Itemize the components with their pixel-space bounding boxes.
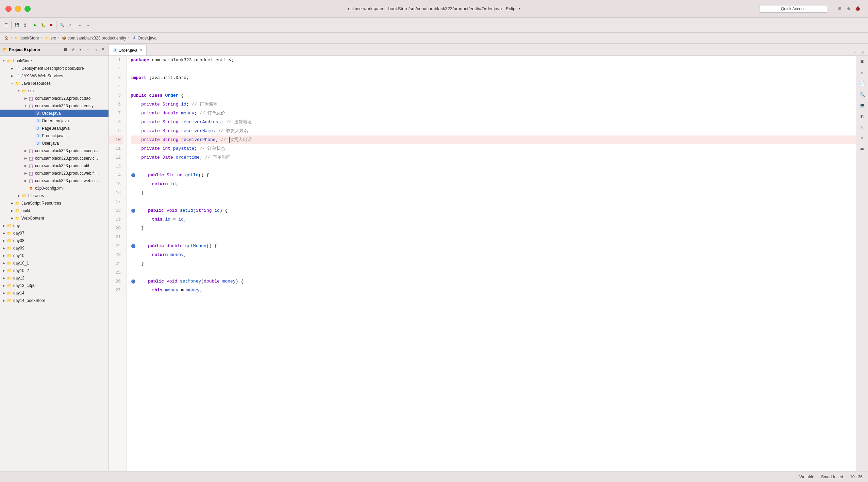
- tree-item-day08[interactable]: ▶ 📁 day08: [0, 237, 108, 244]
- tree-item-orderitem[interactable]: J OrderItem.java: [0, 117, 108, 125]
- breadcrumb-src[interactable]: 📁 src: [45, 36, 56, 41]
- tree-item-day13[interactable]: ▶ 📁 day13_c3p0: [0, 282, 108, 289]
- tree-item-libraries[interactable]: ▶ 📁 Libraries: [0, 192, 108, 199]
- help-button[interactable]: ?: [66, 20, 73, 30]
- tree-item-day14-bookstore[interactable]: ▶ 📁 day14_bookStore: [0, 297, 108, 304]
- tree-item-util[interactable]: ▶ ◫ com.samblack323.product.util: [0, 162, 108, 170]
- code-line-20[interactable]: }: [131, 224, 856, 233]
- sidebar-tree[interactable]: ▾ 📁 bookStore ▶ 📄 Deployment Descriptor:…: [0, 56, 108, 471]
- tree-expand-day14[interactable]: ▶: [1, 291, 6, 295]
- rs-icon-monitor[interactable]: 💻: [857, 101, 867, 110]
- tree-item-day[interactable]: ▶ 📁 day: [0, 222, 108, 229]
- tree-expand-day08[interactable]: ▶: [1, 239, 6, 242]
- code-line-8[interactable]: private String receiverAddress; // 送货地址: [131, 118, 856, 127]
- tree-item-src[interactable]: ▾ 📁 src: [0, 87, 108, 95]
- code-line-2[interactable]: [131, 65, 856, 74]
- tree-expand-day13[interactable]: ▶: [1, 284, 6, 287]
- code-line-21[interactable]: [131, 233, 856, 242]
- tree-expand-day12[interactable]: ▶: [1, 276, 6, 280]
- tree-item-entity[interactable]: ▾ ◫ com.samblack323.product.entity: [0, 102, 108, 110]
- back-button[interactable]: ←: [77, 20, 84, 30]
- tree-item-build[interactable]: ▶ 📁 build: [0, 207, 108, 214]
- editor-minimize-btn[interactable]: −: [852, 49, 858, 55]
- code-line-25[interactable]: [131, 268, 856, 277]
- close-button[interactable]: [5, 6, 12, 12]
- tree-expand-entity[interactable]: ▾: [23, 104, 28, 108]
- sidebar-collapse-btn[interactable]: ⊟: [62, 47, 68, 53]
- tree-expand-bookstore[interactable]: ▾: [1, 59, 6, 63]
- tree-expand-web-fil[interactable]: ▶: [23, 172, 28, 175]
- code-line-3[interactable]: import java.util.Date;: [131, 74, 856, 82]
- tree-item-jaxws[interactable]: ▶ 📄 JAX-WS Web Services: [0, 72, 108, 80]
- tree-item-dao[interactable]: ▶ ◫ com.samblack323.product.dao: [0, 95, 108, 102]
- tree-expand-day14-bookstore[interactable]: ▶: [1, 299, 6, 302]
- sidebar-link-btn[interactable]: ⇌: [70, 47, 76, 53]
- tree-expand-day10-1[interactable]: ▶: [1, 261, 6, 265]
- rs-icon-search[interactable]: 🔍: [857, 90, 867, 99]
- tree-item-day10-2[interactable]: ▶ 📁 day10_2: [0, 267, 108, 274]
- editor-maximize-btn[interactable]: □: [859, 49, 865, 55]
- print-button[interactable]: 🖨: [21, 20, 28, 30]
- rs-icon-table[interactable]: ⊞: [857, 123, 867, 132]
- maximize-button[interactable]: [24, 6, 31, 12]
- tree-item-webcontent[interactable]: ▶ 📁 WebContent: [0, 214, 108, 222]
- tree-item-java-resources[interactable]: ▾ 📁 Java Resources: [0, 80, 108, 87]
- sidebar-menu-btn[interactable]: ▾: [77, 47, 83, 53]
- tree-expand-dao[interactable]: ▶: [23, 97, 28, 100]
- code-line-27[interactable]: this.money = money;: [131, 286, 856, 295]
- tree-item-web-fil[interactable]: ▶ ◫ com.samblack323.product.web.fil...: [0, 170, 108, 177]
- tree-item-day10[interactable]: ▶ 📁 day10: [0, 252, 108, 259]
- code-line-22[interactable]: public double getMoney() {: [131, 242, 856, 251]
- tree-expand-web-sc[interactable]: ▶: [23, 179, 28, 182]
- code-line-10[interactable]: private String receiverPhone; // 收货人电话: [131, 135, 856, 144]
- code-line-5[interactable]: public class Order {: [131, 91, 856, 100]
- tree-item-web-sc[interactable]: ▶ ◫ com.samblack323.product.web.sc...: [0, 177, 108, 184]
- code-line-11[interactable]: private int paystate; // 订单状态: [131, 144, 856, 153]
- tree-expand-java-resources[interactable]: ▾: [10, 82, 14, 85]
- tree-expand-build[interactable]: ▶: [10, 209, 14, 212]
- rs-icon-collapse[interactable]: ≡: [857, 133, 867, 143]
- quick-access-input[interactable]: Quick Access: [759, 5, 827, 13]
- run-button[interactable]: ▶: [32, 20, 39, 30]
- code-line-23[interactable]: return money;: [131, 251, 856, 259]
- code-line-12[interactable]: private Date ordertime; // 下单时间: [131, 153, 856, 162]
- tree-expand-day10[interactable]: ▶: [1, 254, 6, 257]
- code-content[interactable]: package com.samblack323.product.entity; …: [127, 56, 856, 471]
- tree-item-deployment[interactable]: ▶ 📄 Deployment Descriptor: bookStore: [0, 65, 108, 72]
- tree-expand-src[interactable]: ▾: [16, 89, 21, 93]
- layout-grid-icon[interactable]: ⊞: [836, 5, 844, 13]
- tree-item-order-java[interactable]: J Order.java: [0, 110, 108, 117]
- rs-icon-ju[interactable]: Ju: [857, 144, 867, 154]
- tree-expand-day07[interactable]: ▶: [1, 231, 6, 235]
- sidebar-maximize-btn[interactable]: □: [92, 47, 98, 53]
- tree-item-user[interactable]: J User.java: [0, 140, 108, 147]
- tree-item-day10-1[interactable]: ▶ 📁 day10_1: [0, 259, 108, 267]
- search-button[interactable]: 🔍: [58, 20, 66, 30]
- code-line-4[interactable]: [131, 82, 856, 91]
- forward-button[interactable]: →: [84, 20, 91, 30]
- tree-item-c3p0[interactable]: X c3p0-config.xml: [0, 184, 108, 192]
- code-line-18[interactable]: public void setId(String id) {: [131, 206, 856, 215]
- breadcrumb-package[interactable]: 📦 com.samblack323.product.entity: [62, 36, 126, 41]
- tab-order-java[interactable]: J Order.java ✕: [109, 45, 147, 55]
- rs-icon-1[interactable]: ≡: [857, 57, 867, 67]
- code-line-15[interactable]: return id;: [131, 180, 856, 189]
- tree-item-excep[interactable]: ▶ ◫ com.samblack323.product.excep...: [0, 147, 108, 155]
- tree-expand-servic[interactable]: ▶: [23, 157, 28, 160]
- code-line-13[interactable]: [131, 162, 856, 171]
- tree-expand-day09[interactable]: ▶: [1, 246, 6, 250]
- code-line-24[interactable]: }: [131, 259, 856, 268]
- breadcrumb-home[interactable]: 🏠: [4, 36, 9, 41]
- code-line-19[interactable]: this.id = id;: [131, 215, 856, 224]
- sidebar-minimize-btn[interactable]: −: [85, 47, 91, 53]
- code-line-14[interactable]: public String getId() {: [131, 171, 856, 180]
- tree-expand-libraries[interactable]: ▶: [16, 194, 21, 197]
- code-line-16[interactable]: }: [131, 189, 856, 197]
- tree-expand-deployment[interactable]: ▶: [10, 67, 14, 70]
- code-line-7[interactable]: private double money; // 订单总价: [131, 109, 856, 118]
- tree-item-day12[interactable]: ▶ 📁 day12: [0, 274, 108, 282]
- stop-button[interactable]: ⏹: [48, 20, 54, 30]
- code-line-6[interactable]: private String id; // 订单编号: [131, 100, 856, 109]
- breadcrumb-bookstore[interactable]: 📁 bookStore: [14, 36, 39, 41]
- tree-expand-day10-2[interactable]: ▶: [1, 269, 6, 272]
